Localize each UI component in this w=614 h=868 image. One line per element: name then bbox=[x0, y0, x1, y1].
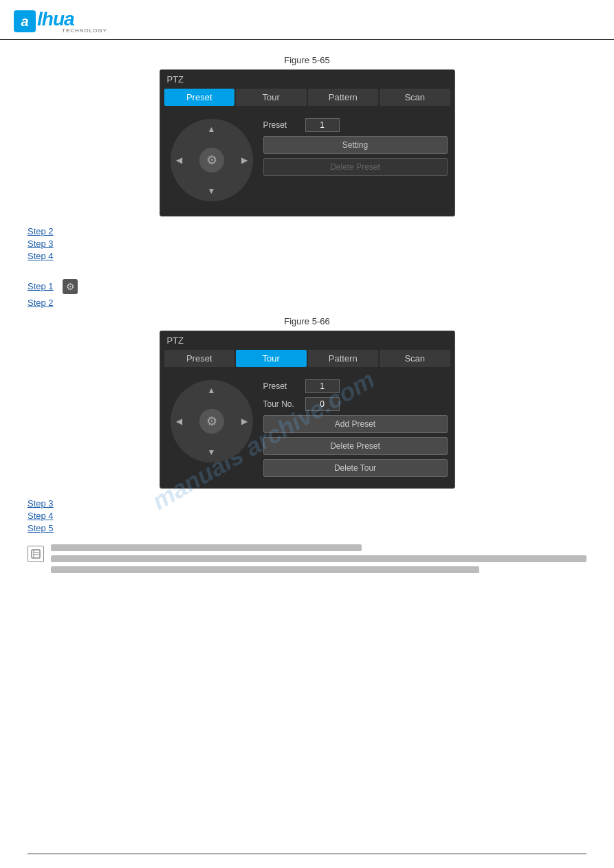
preset-input-1[interactable] bbox=[305, 118, 340, 132]
tourno-label: Tour No. bbox=[263, 399, 301, 409]
tab-scan-2[interactable]: Scan bbox=[380, 350, 450, 367]
joystick-1: ▲ ▼ ◀ ▶ ⚙ bbox=[167, 115, 256, 205]
note-line-2 bbox=[51, 555, 586, 562]
logo-sub: TECHNOLOGY bbox=[62, 27, 107, 34]
logo-icon: a bbox=[14, 10, 36, 32]
preset-label-2: Preset bbox=[263, 381, 301, 391]
logo-text: lhua bbox=[37, 8, 74, 30]
step-list-2: Step 3 Step 4 Step 5 bbox=[28, 498, 586, 533]
note-line-1 bbox=[51, 544, 362, 551]
delete-preset-button-1[interactable]: Delete Preset bbox=[263, 158, 448, 176]
footer-line bbox=[28, 854, 586, 854]
note-content bbox=[51, 544, 586, 577]
joystick-outer-1: ▲ ▼ ◀ ▶ ⚙ bbox=[171, 119, 253, 201]
tourno-row: Tour No. bbox=[263, 397, 448, 411]
figure2-label: Figure 5-66 bbox=[28, 316, 586, 326]
ptz-tabs-2[interactable]: Preset Tour Pattern Scan bbox=[164, 350, 450, 367]
gear-icon-step1: ⚙ bbox=[63, 279, 78, 294]
ptz-panel-1: PTZ Preset Tour Pattern Scan ▲ ▼ ◀ ▶ ⚙ bbox=[160, 69, 455, 216]
tourno-input[interactable] bbox=[305, 397, 340, 411]
ptz-tabs-1[interactable]: Preset Tour Pattern Scan bbox=[164, 89, 450, 106]
step1-2[interactable]: Step 1 bbox=[28, 281, 54, 291]
ptz-body-2: ▲ ▼ ◀ ▶ ⚙ Preset Tour No. bbox=[160, 372, 454, 481]
step4-1[interactable]: Step 4 bbox=[28, 251, 586, 261]
note-line-3 bbox=[51, 566, 479, 573]
svg-rect-0 bbox=[32, 550, 40, 558]
tab-preset-1[interactable]: Preset bbox=[164, 89, 235, 106]
preset-row-2: Preset bbox=[263, 379, 448, 393]
tab-tour-2[interactable]: Tour bbox=[236, 350, 307, 367]
ptz-title-2: PTZ bbox=[160, 331, 454, 350]
arrow-left-1[interactable]: ◀ bbox=[176, 155, 182, 165]
arrow-down-1[interactable]: ▼ bbox=[208, 186, 216, 196]
delete-tour-button[interactable]: Delete Tour bbox=[263, 459, 448, 477]
step1-2-container: Step 1 ⚙ bbox=[28, 279, 586, 294]
preset-label-1: Preset bbox=[263, 120, 301, 130]
arrow-down-2[interactable]: ▼ bbox=[208, 447, 216, 457]
joystick-center-2[interactable]: ⚙ bbox=[199, 409, 224, 434]
main-content: Figure 5-65 PTZ Preset Tour Pattern Scan… bbox=[0, 40, 614, 598]
note-box bbox=[28, 544, 586, 577]
figure1-label: Figure 5-65 bbox=[28, 55, 586, 65]
ptz-body-1: ▲ ▼ ◀ ▶ ⚙ Preset Setting Delete Preset bbox=[160, 111, 454, 209]
setting-button-1[interactable]: Setting bbox=[263, 136, 448, 154]
delete-preset-button-2[interactable]: Delete Preset bbox=[263, 437, 448, 455]
note-icon bbox=[28, 546, 44, 562]
step4-2[interactable]: Step 4 bbox=[28, 511, 586, 521]
step2-1[interactable]: Step 2 bbox=[28, 226, 586, 236]
tab-pattern-1[interactable]: Pattern bbox=[308, 89, 379, 106]
ptz-controls-1: Preset Setting Delete Preset bbox=[263, 115, 448, 205]
joystick-center-1[interactable]: ⚙ bbox=[199, 148, 224, 173]
arrow-left-2[interactable]: ◀ bbox=[176, 416, 182, 426]
book-icon bbox=[31, 549, 41, 559]
arrow-right-1[interactable]: ▶ bbox=[241, 155, 248, 165]
logo: a lhua TECHNOLOGY bbox=[14, 8, 107, 34]
step-list-1: Step 2 Step 3 Step 4 bbox=[28, 226, 586, 261]
tab-preset-2[interactable]: Preset bbox=[164, 350, 235, 367]
preset-input-2[interactable] bbox=[305, 379, 340, 393]
tab-tour-1[interactable]: Tour bbox=[236, 89, 307, 106]
step3-2[interactable]: Step 3 bbox=[28, 498, 586, 509]
ptz-title-1: PTZ bbox=[160, 70, 454, 89]
step2-2-row: Step 2 bbox=[28, 297, 586, 308]
joystick-2: ▲ ▼ ◀ ▶ ⚙ bbox=[167, 377, 256, 466]
tab-scan-1[interactable]: Scan bbox=[380, 89, 450, 106]
preset-row-1: Preset bbox=[263, 118, 448, 132]
ptz-controls-2: Preset Tour No. Add Preset Delete Preset… bbox=[263, 377, 448, 477]
gear-icon-joystick-2: ⚙ bbox=[206, 414, 217, 429]
joystick-outer-2: ▲ ▼ ◀ ▶ ⚙ bbox=[171, 380, 253, 463]
arrow-right-2[interactable]: ▶ bbox=[241, 416, 248, 426]
add-preset-button[interactable]: Add Preset bbox=[263, 415, 448, 433]
arrow-up-2[interactable]: ▲ bbox=[208, 386, 216, 395]
step3-1[interactable]: Step 3 bbox=[28, 238, 586, 249]
page-header: a lhua TECHNOLOGY bbox=[0, 0, 614, 40]
ptz-panel-2: PTZ Preset Tour Pattern Scan ▲ ▼ ◀ ▶ ⚙ bbox=[160, 331, 455, 489]
step5-2[interactable]: Step 5 bbox=[28, 523, 586, 533]
tab-pattern-2[interactable]: Pattern bbox=[308, 350, 379, 367]
arrow-up-1[interactable]: ▲ bbox=[208, 124, 216, 134]
step2-2[interactable]: Step 2 bbox=[28, 298, 54, 308]
gear-icon-joystick-1: ⚙ bbox=[206, 153, 217, 168]
